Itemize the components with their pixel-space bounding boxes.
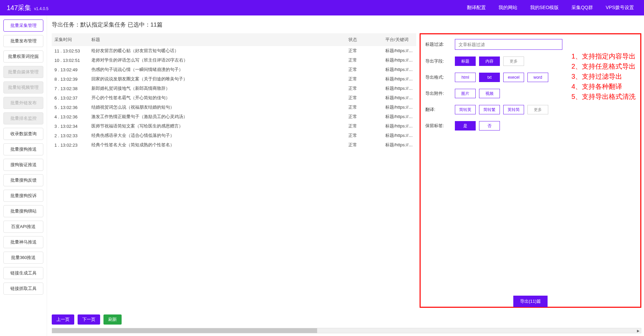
app-header: 147采集 v1.4.0.5 翻译配置 我的网站 我的SEO模版 采集QQ群 V…: [0, 0, 644, 15]
table-row[interactable]: 10 . 13:02:51老师对学生的评语怎么写（班主任评语20字左右）正常标题…: [52, 55, 416, 65]
table-row[interactable]: 3 . 13:02:34医师节祝福语简短文案（写给医生的感恩赠言）正常标题/ht…: [52, 121, 416, 131]
table-row[interactable]: 2 . 13:02:33经典伤感语录大全（适合心情低落的句子）正常标题/http…: [52, 131, 416, 140]
note-line: 5、支持导出格式清洗: [571, 91, 636, 102]
export-format-option[interactable]: html: [455, 73, 476, 82]
cell-platform: 标题/https://www: [383, 121, 416, 131]
table-row[interactable]: 9 . 13:02:49伤感的句子说说心情（一瞬间情绪崩溃的句子）正常标题/ht…: [52, 65, 416, 74]
sidebar-item[interactable]: 搜狗验证推送: [3, 159, 43, 171]
refresh-button[interactable]: 刷新: [103, 314, 122, 325]
translate-option[interactable]: 简转繁: [479, 105, 500, 114]
cell-time: 4 . 13:02:36: [52, 112, 89, 121]
cell-time: 6 . 13:02:37: [52, 93, 89, 103]
cell-platform: 标题/https://www: [383, 140, 416, 150]
label-export-fields: 导出字段:: [425, 58, 455, 64]
cell-time: 9 . 13:02:49: [52, 65, 89, 74]
title-filter-input[interactable]: [455, 39, 562, 50]
sidebar-item[interactable]: 批量采集管理: [3, 20, 43, 32]
sidebar-item: 批量短视频管理: [3, 81, 43, 94]
sidebar-item[interactable]: 收录数据查询: [3, 128, 43, 140]
horizontal-scrollbar[interactable]: ▶: [52, 328, 641, 333]
export-format-option[interactable]: txt: [479, 73, 500, 82]
label-export-format: 导出格式:: [425, 74, 455, 80]
sidebar-item[interactable]: 批量神马推送: [3, 236, 43, 248]
table-row[interactable]: 8 . 13:02:39回家的说说发朋友圈文案（关于归途的唯美句子）正常标题/h…: [52, 74, 416, 84]
prev-page-button[interactable]: 上一页: [52, 314, 74, 325]
sidebar-item[interactable]: 链接生成工具: [3, 267, 43, 279]
sidebar-item[interactable]: 批量搜狗反馈: [3, 174, 43, 186]
cell-platform: 标题/https://www: [383, 103, 416, 112]
sidebar-item[interactable]: 批量360推送: [3, 252, 43, 264]
translate-option[interactable]: 更多: [527, 105, 548, 114]
nav-vps-dial[interactable]: VPS拨号设置: [606, 5, 634, 11]
sidebar-item: 批量排名监控: [3, 112, 43, 124]
table-row[interactable]: 5 . 13:02:36结婚祝贺词怎么说（祝福朋友结婚的短句）正常标题/http…: [52, 103, 416, 112]
scrollbar-right-arrow-icon[interactable]: ▶: [636, 328, 641, 333]
cell-status: 正常: [346, 93, 383, 103]
translate-option[interactable]: 英转简: [503, 105, 524, 114]
cell-platform: 标题/https://www: [383, 112, 416, 121]
cell-platform: 标题/https://www: [383, 74, 416, 84]
table-row[interactable]: 1 . 13:02:23经典个性签名大全（简短成熟的个性签名）正常标题/http…: [52, 140, 416, 150]
nav-qq-group[interactable]: 采集QQ群: [571, 5, 593, 11]
footer: 上一页 下一页 刷新 ▶: [52, 308, 641, 333]
export-attach-option[interactable]: 视频: [479, 89, 500, 98]
cell-time: 10 . 13:02:51: [52, 55, 89, 65]
table-row[interactable]: 7 . 13:02:38新郎婚礼贺词接地气（新郎高情商致辞）正常标题/https…: [52, 84, 416, 93]
sidebar: 批量采集管理批量发布管理批量权重词挖掘批量自媒体管理批量短视频管理批量外链发布批…: [0, 15, 47, 336]
task-table: 采集时间 标题 状态 平台/关键词 11 . 13:02:53给好友留言的暖心贴…: [52, 33, 416, 150]
sidebar-item[interactable]: 链接抓取工具: [3, 283, 43, 295]
sidebar-item[interactable]: 批量搜狗绑站: [3, 205, 43, 217]
note-line: 2、支持任意格式导出: [571, 61, 636, 71]
cell-title: 新郎婚礼贺词接地气（新郎高情商致辞）: [89, 84, 346, 93]
export-format-option[interactable]: execel: [503, 73, 524, 82]
sidebar-item[interactable]: 批量搜狗推送: [3, 143, 43, 155]
export-panel: 标题过滤: 导出字段: 标题内容更多 导出格式: htmltxtexecelwo…: [420, 33, 641, 308]
nav-my-site[interactable]: 我的网站: [499, 5, 517, 11]
cell-status: 正常: [346, 131, 383, 140]
cell-title: 经典个性签名大全（简短成熟的个性签名）: [89, 140, 346, 150]
cell-title: 给好友留言的暖心贴（好友留言短句暖心话）: [89, 46, 346, 55]
export-field-option[interactable]: 内容: [479, 57, 500, 66]
nav-translate-config[interactable]: 翻译配置: [467, 5, 486, 11]
label-keep-tag: 保留标签:: [425, 123, 455, 129]
cell-time: 11 . 13:02:53: [52, 46, 89, 55]
sidebar-item[interactable]: 批量发布管理: [3, 35, 43, 47]
table-row[interactable]: 11 . 13:02:53给好友留言的暖心贴（好友留言短句暖心话）正常标题/ht…: [52, 46, 416, 55]
export-field-option[interactable]: 标题: [455, 57, 476, 66]
export-field-option[interactable]: 更多: [503, 57, 524, 66]
page-title: 导出任务：默认指定采集任务 已选中：11篇: [52, 21, 641, 29]
export-attach-option[interactable]: 图片: [455, 89, 476, 98]
cell-platform: 标题/https://www: [383, 46, 416, 55]
keep-tag-option[interactable]: 是: [455, 121, 476, 130]
cell-platform: 标题/https://www: [383, 84, 416, 93]
keep-tag-option[interactable]: 否: [479, 121, 500, 130]
translate-option[interactable]: 简转英: [455, 105, 476, 114]
cell-status: 正常: [346, 74, 383, 84]
cell-status: 正常: [346, 112, 383, 121]
table-row[interactable]: 4 . 13:02:36激发工作热情正能量句子（激励员工的心灵鸡汤）正常标题/h…: [52, 112, 416, 121]
label-translate: 翻译:: [425, 107, 455, 113]
header-brand-block: 147采集 v1.4.0.5: [7, 3, 48, 12]
cell-status: 正常: [346, 65, 383, 74]
nav-my-seo-template[interactable]: 我的SEO模版: [530, 5, 559, 11]
cell-title: 开心的个性签名霸气（开心简短的佳句）: [89, 93, 346, 103]
sidebar-item[interactable]: 百度API推送: [3, 221, 43, 233]
app-version: v1.4.0.5: [34, 6, 48, 11]
export-format-option[interactable]: word: [527, 73, 548, 82]
main-content: 导出任务：默认指定采集任务 已选中：11篇 采集时间 标题 状态 平台/关键词 …: [47, 15, 644, 336]
cell-time: 7 . 13:02:38: [52, 84, 89, 93]
sidebar-item[interactable]: 批量权重词挖掘: [3, 50, 43, 63]
next-page-button[interactable]: 下一页: [78, 314, 100, 325]
col-status: 状态: [346, 33, 383, 46]
sidebar-item: 批量外链发布: [3, 97, 43, 109]
cell-platform: 标题/https://www: [383, 131, 416, 140]
note-line: 1、支持指定内容导出: [571, 51, 636, 61]
cell-title: 伤感的句子说说心情（一瞬间情绪崩溃的句子）: [89, 65, 346, 74]
note-line: 4、支持各种翻译: [571, 81, 636, 91]
cell-title: 经典伤感语录大全（适合心情低落的句子）: [89, 131, 346, 140]
scrollbar-thumb[interactable]: [52, 328, 317, 333]
cell-status: 正常: [346, 55, 383, 65]
sidebar-item[interactable]: 批量搜狗投诉: [3, 190, 43, 202]
export-button[interactable]: 导出(11)篇: [513, 296, 548, 307]
table-row[interactable]: 6 . 13:02:37开心的个性签名霸气（开心简短的佳句）正常标题/https…: [52, 93, 416, 103]
